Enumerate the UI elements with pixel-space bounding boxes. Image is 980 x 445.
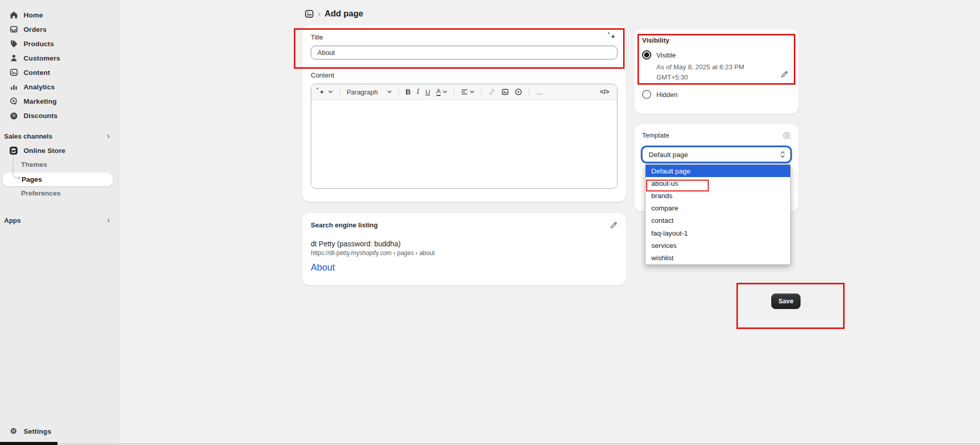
dropdown-option-contact[interactable]: contact (646, 215, 790, 227)
title-label: Title (311, 33, 323, 41)
save-button[interactable]: Save (771, 294, 801, 309)
sidebar-item-label: Preferences (21, 189, 61, 197)
dropdown-option-about-us[interactable]: about-us (646, 177, 790, 189)
sidebar-item-label: Marketing (24, 98, 57, 105)
bottom-edge-line (0, 443, 980, 444)
edit-pencil-icon[interactable] (610, 221, 617, 231)
radio-unselected-icon[interactable] (642, 90, 651, 99)
edit-pencil-icon[interactable] (781, 70, 788, 80)
chevron-down-icon (387, 90, 392, 93)
bottom-left-black-bar (0, 442, 57, 445)
content-textarea[interactable] (311, 100, 617, 189)
chevron-down-icon (443, 90, 447, 93)
text-color-button[interactable]: A (435, 87, 449, 97)
ai-sparkle-icon: ✦✦ (319, 89, 326, 95)
sidebar-item-label: Settings (24, 428, 51, 435)
sidebar-item-home[interactable]: Home (2, 8, 115, 22)
marketing-icon (9, 97, 18, 106)
sidebar-item-label: Home (24, 11, 43, 19)
sidebar-item-content[interactable]: Content (2, 65, 115, 80)
seo-page-title-link[interactable]: About (311, 262, 617, 273)
more-options-button[interactable]: … (535, 87, 545, 97)
sidebar-section-sales-channels[interactable]: Sales channels › (4, 129, 113, 143)
alignment-button[interactable] (460, 88, 475, 95)
home-icon (9, 11, 18, 20)
visibility-heading: Visibility (642, 36, 791, 44)
chevron-right-icon: › (107, 216, 113, 225)
sidebar-item-label: Content (24, 69, 50, 76)
visibility-card: Visibility Visible As of May 8, 2025 at … (634, 29, 798, 114)
visible-date-note: As of May 8, 2025 at 6:23 PM GMT+5:30 (656, 62, 754, 83)
apps-label: Apps (4, 217, 21, 224)
dropdown-option-compare[interactable]: compare (646, 202, 790, 215)
sidebar: Home Orders Products Customers Content A… (0, 0, 119, 445)
visible-radio-option[interactable]: Visible (642, 50, 791, 60)
sidebar-item-label: Customers (24, 54, 60, 62)
select-stepper-icon (780, 151, 785, 158)
sidebar-item-pages[interactable]: Pages (3, 172, 113, 186)
template-select[interactable]: Default page (642, 147, 791, 162)
sidebar-item-preferences[interactable]: Preferences (2, 186, 113, 200)
sidebar-item-orders[interactable]: Orders (2, 22, 115, 36)
image-icon (502, 88, 509, 95)
breadcrumb-separator: › (318, 9, 321, 18)
discounts-icon (9, 111, 18, 120)
ai-sparkle-icon[interactable]: ✦✦ (610, 33, 617, 40)
sidebar-item-products[interactable]: Products (2, 36, 115, 51)
toolbar-divider (454, 88, 454, 96)
sidebar-item-analytics[interactable]: Analytics (2, 80, 115, 94)
bold-button[interactable]: B (405, 87, 412, 97)
sidebar-item-customers[interactable]: Customers (2, 51, 115, 65)
italic-button[interactable]: I (416, 87, 421, 97)
online-store-icon (9, 146, 18, 155)
ai-assist-button[interactable]: ✦✦ (318, 88, 334, 96)
seo-heading: Search engine listing (311, 221, 378, 229)
toolbar-divider (339, 88, 340, 96)
sidebar-item-label: Analytics (24, 83, 55, 91)
insert-image-button[interactable] (501, 87, 510, 96)
dropdown-option-faq-layout-1[interactable]: faq-layout-1 (646, 227, 790, 239)
dropdown-option-default-page[interactable]: Default page (646, 165, 790, 177)
sidebar-item-marketing[interactable]: Marketing (2, 94, 115, 108)
toolbar-divider (529, 88, 529, 96)
analytics-icon (9, 83, 18, 91)
rich-text-editor: ✦✦ Paragraph B I U A (311, 84, 617, 189)
sidebar-item-settings[interactable]: ⚙ Settings (2, 424, 115, 438)
radio-selected-icon[interactable] (642, 50, 651, 60)
template-dropdown-list: Default page about-us brands compare con… (645, 164, 791, 265)
toolbar-divider (481, 88, 482, 96)
orders-icon (9, 25, 18, 34)
page-title: Add page (325, 9, 363, 18)
chevron-right-icon: › (107, 131, 113, 141)
sidebar-item-label: Orders (24, 26, 47, 33)
template-selected-value: Default page (649, 151, 688, 159)
customers-icon (9, 54, 18, 63)
search-engine-listing-card: Search engine listing dt Petty (password… (302, 213, 626, 285)
link-button[interactable] (487, 87, 496, 96)
sidebar-item-label: Online Store (24, 147, 65, 154)
seo-url: https://dt-petty.myshopify.com › pages ›… (311, 249, 617, 257)
underline-button[interactable]: U (424, 87, 431, 97)
breadcrumb: › Add page (305, 9, 363, 18)
code-view-button[interactable]: </> (599, 87, 610, 96)
sidebar-item-online-store[interactable]: Online Store (2, 143, 115, 158)
insert-video-button[interactable] (514, 87, 523, 96)
sidebar-item-label: Pages (22, 176, 42, 183)
hidden-radio-option[interactable]: Hidden (642, 90, 791, 99)
sidebar-item-themes[interactable]: Themes (2, 158, 113, 171)
content-icon (9, 68, 18, 77)
title-input[interactable] (311, 46, 617, 60)
sidebar-item-label: Discounts (24, 112, 57, 120)
pages-breadcrumb-icon[interactable] (305, 9, 314, 18)
sidebar-item-discounts[interactable]: Discounts (2, 108, 115, 123)
sales-channels-label: Sales channels (4, 132, 52, 140)
dropdown-option-wishlist[interactable]: wishlist (646, 251, 790, 264)
sidebar-section-apps[interactable]: Apps › (4, 213, 113, 227)
page-details-card: Title ✦✦ Content ✦✦ Paragraph B I U A (302, 25, 626, 202)
dropdown-option-brands[interactable]: brands (646, 189, 790, 202)
seo-site-title: dt Petty (password: buddha) (311, 240, 617, 248)
chevron-down-icon (328, 90, 333, 93)
paragraph-style-dropdown[interactable]: Paragraph (346, 87, 393, 97)
sidebar-item-label: Themes (21, 161, 47, 168)
dropdown-option-services[interactable]: services (646, 239, 790, 251)
